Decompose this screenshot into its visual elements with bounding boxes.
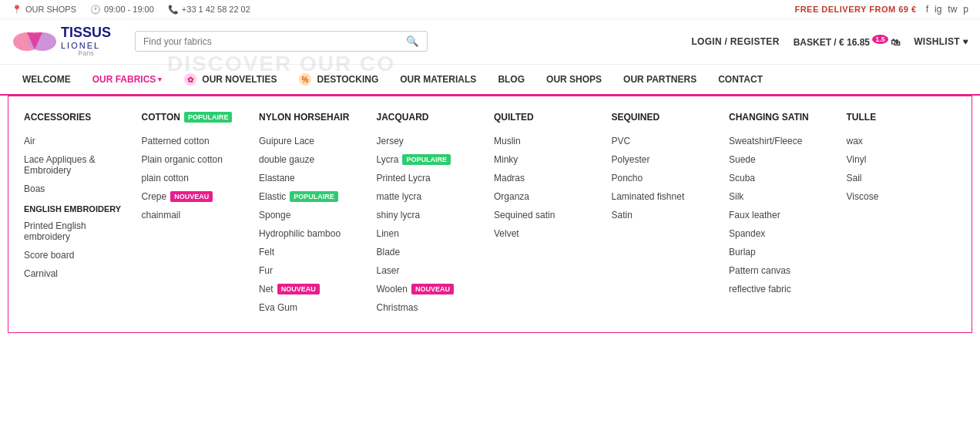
item-fur[interactable]: Fur	[259, 261, 369, 280]
item-guipure-lace[interactable]: Guipure Lace	[259, 132, 369, 150]
item-patterned-cotton[interactable]: Patterned cotton	[142, 132, 252, 150]
col-header-accessories: ACCESSORIES	[24, 112, 134, 123]
col-header-quilted: QUILTED	[494, 112, 604, 123]
logo-icon	[12, 26, 58, 57]
item-madras[interactable]: Madras	[494, 169, 604, 187]
item-air[interactable]: Air	[24, 132, 134, 150]
col-header-sequined: SEQUINED	[612, 112, 722, 123]
nav-contact[interactable]: CONTACT	[707, 66, 774, 93]
item-eva-gum[interactable]: Eva Gum	[259, 298, 369, 317]
item-minky[interactable]: Minky	[494, 150, 604, 169]
item-laminated-fishnet[interactable]: Laminated fishnet	[612, 187, 722, 206]
item-double-gauze[interactable]: double gauze	[259, 150, 369, 169]
item-jersey[interactable]: Jersey	[377, 132, 487, 150]
shop-link[interactable]: 📍 OUR SHOPS	[12, 5, 76, 15]
nav-bar: WELCOME OUR FABRICS ▾ ✿ OUR NOVELTIES % …	[0, 65, 980, 96]
nav-our-fabrics[interactable]: OUR FABRICS ▾	[82, 66, 173, 93]
item-matte-lycra[interactable]: matte lycra	[377, 187, 487, 206]
col-cotton: COTTON POPULAIRE Patterned cotton Plain …	[142, 112, 260, 317]
item-polyester[interactable]: Polyester	[612, 150, 722, 169]
item-viscose[interactable]: Viscose	[847, 187, 957, 206]
item-boas[interactable]: Boas	[24, 180, 134, 198]
destocking-icon: %	[298, 72, 312, 86]
item-scuba[interactable]: Scuba	[729, 169, 839, 187]
dropdown-panel: ACCESSORIES Air Lace Appliques & Embroid…	[8, 96, 972, 333]
item-hydrophilic[interactable]: Hydrophilic bamboo	[259, 224, 369, 243]
item-chainmail[interactable]: chainmail	[142, 206, 252, 224]
item-sweatshirt[interactable]: Sweatshirt/Fleece	[729, 132, 839, 150]
item-faux-leather[interactable]: Faux leather	[729, 206, 839, 224]
item-score-board[interactable]: Score board	[24, 246, 134, 264]
item-sponge[interactable]: Sponge	[259, 206, 369, 224]
top-bar: 📍 OUR SHOPS 🕐 09:00 - 19:00 📞 +33 1 42 5…	[0, 0, 980, 19]
item-pvc[interactable]: PVC	[612, 132, 722, 150]
phone-icon: 📞	[168, 5, 179, 15]
item-elastane[interactable]: Elastane	[259, 169, 369, 187]
item-reflective-fabric[interactable]: reflective fabric	[729, 280, 839, 298]
twitter-icon[interactable]: tw	[948, 4, 957, 15]
item-satin[interactable]: Satin	[612, 206, 722, 224]
item-felt[interactable]: Felt	[259, 243, 369, 261]
item-pattern-canvas[interactable]: Pattern canvas	[729, 261, 839, 280]
facebook-icon[interactable]: f	[926, 4, 928, 15]
col-header-cotton: COTTON POPULAIRE	[142, 112, 252, 123]
item-lycra[interactable]: Lycra POPULAIRE	[377, 150, 487, 169]
item-plain-organic-cotton[interactable]: Plain organic cotton	[142, 150, 252, 169]
location-icon: 📍	[12, 5, 22, 15]
item-poncho[interactable]: Poncho	[612, 169, 722, 187]
col-sequined: SEQUINED PVC Polyester Poncho Laminated …	[612, 112, 730, 317]
item-silk[interactable]: Silk	[729, 187, 839, 206]
basket-link[interactable]: BASKET / € 16.85 1.5 🛍	[794, 35, 901, 48]
item-crepe[interactable]: Crepe NOUVEAU	[142, 187, 252, 206]
item-burlap[interactable]: Burlap	[729, 243, 839, 261]
item-organza[interactable]: Organza	[494, 187, 604, 206]
item-elastic[interactable]: Elastic POPULAIRE	[259, 187, 369, 206]
item-suede[interactable]: Suede	[729, 150, 839, 169]
item-vinyl[interactable]: Vinyl	[847, 150, 957, 169]
search-input[interactable]	[143, 36, 406, 47]
item-woolen[interactable]: Woolen NOUVEAU	[377, 280, 487, 298]
search-bar: 🔍	[135, 31, 428, 52]
item-linen[interactable]: Linen	[377, 224, 487, 243]
nav-our-partners[interactable]: OUR PARTNERS	[612, 66, 707, 93]
nav-our-novelties[interactable]: ✿ OUR NOVELTIES	[173, 65, 287, 94]
item-printed-english[interactable]: Printed English embroidery	[24, 217, 134, 246]
search-button[interactable]: 🔍	[406, 35, 419, 47]
basket-badge: 1.5	[872, 35, 888, 44]
pinterest-icon[interactable]: p	[963, 4, 968, 15]
nav-blog[interactable]: BLOG	[487, 66, 535, 93]
item-muslin[interactable]: Muslin	[494, 132, 604, 150]
item-lace[interactable]: Lace Appliques & Embroidery	[24, 150, 134, 180]
wishlist-link[interactable]: WISHLIST ♥	[914, 36, 968, 47]
nav-our-materials[interactable]: OUR MATERIALS	[389, 66, 487, 93]
nav-welcome[interactable]: WELCOME	[12, 66, 82, 93]
item-wax[interactable]: wax	[847, 132, 957, 150]
col-tulle: TULLE wax Vinyl Sail Viscose	[847, 112, 965, 317]
item-sail[interactable]: Sail	[847, 169, 957, 187]
logo-text: TISSUS LIONEL Paris	[61, 25, 111, 58]
item-blade[interactable]: Blade	[377, 243, 487, 261]
item-carnival[interactable]: Carnival	[24, 264, 134, 283]
item-printed-lycra[interactable]: Printed Lycra	[377, 169, 487, 187]
item-plain-cotton[interactable]: plain cotton	[142, 169, 252, 187]
brand-city: Paris	[61, 50, 111, 58]
item-shiny-lycra[interactable]: shiny lycra	[377, 206, 487, 224]
item-christmas[interactable]: Christmas	[377, 298, 487, 317]
nav-our-shops[interactable]: OUR SHOPS	[535, 66, 612, 93]
free-delivery-text: FREE DELIVERY FROM 69 €	[794, 5, 916, 14]
header: TISSUS LIONEL Paris 🔍 DISCOVER OUR CO LO…	[0, 19, 980, 65]
item-spandex[interactable]: Spandex	[729, 224, 839, 243]
logo[interactable]: TISSUS LIONEL Paris	[12, 25, 119, 58]
item-net[interactable]: Net NOUVEAU	[259, 280, 369, 298]
phone-info: 📞 +33 1 42 58 22 02	[168, 5, 250, 15]
item-velvet[interactable]: Velvet	[494, 224, 604, 243]
instagram-icon[interactable]: ig	[935, 4, 941, 15]
badge-populaire-cotton: POPULAIRE	[184, 112, 233, 123]
nav-destocking[interactable]: % DESTOCKING	[287, 65, 389, 94]
item-sequined-satin[interactable]: Sequined satin	[494, 206, 604, 224]
svg-text:✿: ✿	[187, 76, 194, 84]
item-laser[interactable]: Laser	[377, 261, 487, 280]
col-header-jacquard: JACQUARD	[377, 112, 487, 123]
login-register-link[interactable]: LOGIN / REGISTER	[691, 36, 779, 47]
top-bar-right: FREE DELIVERY FROM 69 € f ig tw p	[794, 4, 968, 15]
